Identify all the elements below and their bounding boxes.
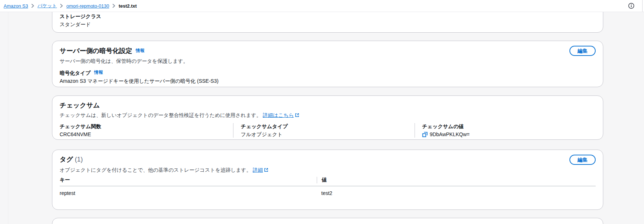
copy-icon[interactable] <box>422 132 428 137</box>
checksum-learn-more-link[interactable]: 詳細はこちら <box>263 112 299 118</box>
checksum-type-value: フルオブジェクト <box>241 131 410 138</box>
external-link-icon <box>264 167 268 174</box>
panel-divider <box>642 0 643 12</box>
breadcrumb-link-buckets[interactable]: バケット <box>37 3 57 9</box>
checksum-card-title: チェックサム <box>60 101 596 110</box>
encryption-edit-button[interactable]: 編集 <box>569 46 596 56</box>
tag-key-cell: reptest <box>60 190 317 196</box>
tags-table: キー 値 reptest test2 <box>60 177 596 196</box>
checksum-description: チェックサムは、新しいオブジェクトのデータ整合性検証を行うために使用されます。 … <box>60 112 596 119</box>
tags-key-header: キー <box>60 177 317 183</box>
tags-card: タグ (1) 編集 オブジェクトにタグを付けることで、他の基準のストレージコスト… <box>52 150 603 210</box>
breadcrumb-current-object: test2.txt <box>119 3 137 9</box>
tags-counter: (1) <box>75 156 83 163</box>
encryption-info-link[interactable]: 情報 <box>136 48 144 53</box>
storage-class-value: スタンダード <box>60 21 596 28</box>
breadcrumb: Amazon S3 バケット omori-repmoto-0130 test2.… <box>4 3 137 9</box>
tags-value-header: 値 <box>317 177 595 183</box>
tags-edit-button[interactable]: 編集 <box>569 155 596 165</box>
breadcrumb-bar: Amazon S3 バケット omori-repmoto-0130 test2.… <box>0 0 644 12</box>
tag-value-cell: test2 <box>317 190 595 196</box>
checksum-value-label: チェックサムの値 <box>422 123 591 130</box>
checksum-description-text: チェックサムは、新しいオブジェクトのデータ整合性検証を行うために使用されます。 <box>60 112 261 118</box>
encryption-type-value: Amazon S3 マネージドキーを使用したサーバー側の暗号化 (SSE-S3) <box>60 78 596 84</box>
checksum-card: チェックサム チェックサムは、新しいオブジェクトのデータ整合性検証を行うために使… <box>52 95 603 140</box>
checksum-value-column: チェックサムの値 9DbAwPKLKQw= <box>415 123 596 138</box>
checksum-learn-more-label: 詳細はこちら <box>263 112 294 118</box>
next-card-partial <box>52 218 603 224</box>
info-icon[interactable] <box>628 3 635 9</box>
table-row: reptest test2 <box>60 186 596 196</box>
chevron-right-icon <box>60 4 63 8</box>
tags-card-title: タグ (1) <box>60 155 83 164</box>
chevron-right-icon <box>112 4 115 8</box>
encryption-type-label-text: 暗号化タイプ <box>60 70 91 76</box>
tags-learn-more-link[interactable]: 詳細 <box>253 167 268 173</box>
tags-card-title-text: タグ <box>60 156 73 163</box>
encryption-type-label: 暗号化タイプ情報 <box>60 69 596 76</box>
checksum-value-text: 9DbAwPKLKQw= <box>430 131 470 138</box>
checksum-function-value: CRC64NVME <box>60 131 229 138</box>
storage-class-label: ストレージクラス <box>60 13 596 20</box>
checksum-type-label: チェックサムタイプ <box>241 123 410 130</box>
breadcrumb-link-amazon-s3[interactable]: Amazon S3 <box>4 3 28 9</box>
encryption-card: サーバー側の暗号化設定情報 編集 サーバー側の暗号化は、保管時のデータを保護しま… <box>52 41 603 87</box>
tags-learn-more-label: 詳細 <box>253 167 263 173</box>
encryption-card-title-text: サーバー側の暗号化設定 <box>60 47 132 54</box>
encryption-description: サーバー側の暗号化は、保管時のデータを保護します。 <box>60 58 596 64</box>
encryption-type-info-link[interactable]: 情報 <box>94 70 103 75</box>
checksum-function-label: チェックサム関数 <box>60 123 229 130</box>
chevron-right-icon <box>31 4 34 8</box>
breadcrumb-link-bucket-name[interactable]: omori-repmoto-0130 <box>66 3 109 9</box>
side-panel-edge <box>8 12 8 224</box>
checksum-type-column: チェックサムタイプ フルオブジェクト <box>233 123 414 138</box>
tags-table-header: キー 値 <box>60 177 596 186</box>
tags-description: オブジェクトにタグを付けることで、他の基準のストレージコストを追跡します。 詳細 <box>60 167 596 174</box>
encryption-card-title: サーバー側の暗号化設定情報 <box>60 46 144 56</box>
checksum-function-column: チェックサム関数 CRC64NVME <box>60 123 233 138</box>
tags-description-text: オブジェクトにタグを付けることで、他の基準のストレージコストを追跡します。 <box>60 167 251 173</box>
external-link-icon <box>295 112 299 119</box>
